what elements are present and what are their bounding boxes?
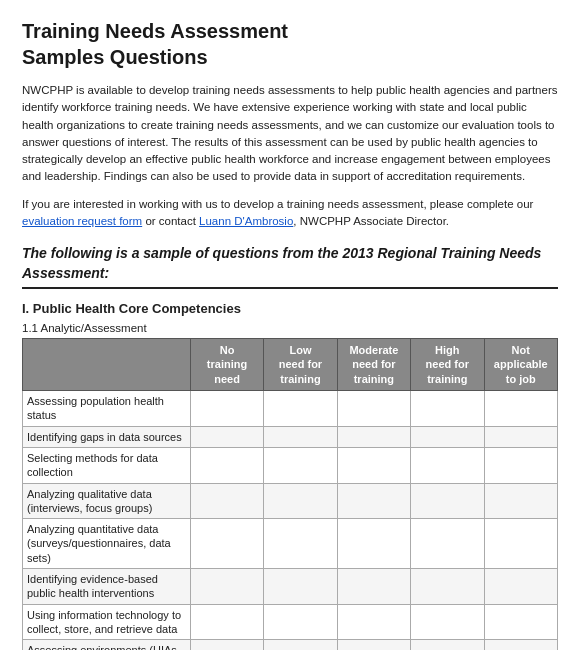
- row-cell: [411, 426, 484, 447]
- subsection-title: I. Public Health Core Competencies: [22, 301, 558, 316]
- row-cell: [190, 426, 263, 447]
- contact-link[interactable]: Luann D'Ambrosio: [199, 215, 293, 227]
- row-cell: [337, 604, 410, 640]
- row-cell: [264, 391, 337, 427]
- page-title: Training Needs Assessment Samples Questi…: [22, 18, 558, 70]
- row-cell: [411, 640, 484, 650]
- row-cell: [190, 569, 263, 605]
- row-cell: [337, 483, 410, 519]
- table-row: Using information technology to collect,…: [23, 604, 558, 640]
- row-cell: [337, 569, 410, 605]
- row-label: Analyzing quantitative data (surveys/que…: [23, 519, 191, 569]
- row-cell: [190, 640, 263, 650]
- table-row: Identifying gaps in data sources: [23, 426, 558, 447]
- row-cell: [411, 519, 484, 569]
- table-row: Analyzing quantitative data (surveys/que…: [23, 519, 558, 569]
- row-cell: [264, 519, 337, 569]
- row-cell: [337, 391, 410, 427]
- table-row: Analyzing qualitative data (interviews, …: [23, 483, 558, 519]
- row-cell: [190, 391, 263, 427]
- row-cell: [337, 447, 410, 483]
- col-header-high: Highneed fortraining: [411, 339, 484, 391]
- row-label: Identifying gaps in data sources: [23, 426, 191, 447]
- row-label: Identifying evidence-based public health…: [23, 569, 191, 605]
- intro-paragraph: NWCPHP is available to develop training …: [22, 82, 558, 186]
- row-cell: [264, 569, 337, 605]
- row-cell: [484, 640, 557, 650]
- row-cell: [484, 569, 557, 605]
- subsection-label: 1.1 Analytic/Assessment: [22, 322, 558, 334]
- competencies-table: Notrainingneed Lowneed fortraining Moder…: [22, 338, 558, 650]
- col-header-item: [23, 339, 191, 391]
- section-heading: The following is a sample of questions f…: [22, 244, 558, 289]
- row-label: Using information technology to collect,…: [23, 604, 191, 640]
- row-label: Assessing population health status: [23, 391, 191, 427]
- row-cell: [484, 604, 557, 640]
- row-cell: [264, 483, 337, 519]
- row-cell: [484, 447, 557, 483]
- row-cell: [264, 640, 337, 650]
- col-header-moderate: Moderateneed fortraining: [337, 339, 410, 391]
- col-header-no-training: Notrainingneed: [190, 339, 263, 391]
- row-cell: [411, 604, 484, 640]
- evaluation-request-link[interactable]: evaluation request form: [22, 215, 142, 227]
- table-row: Assessing population health status: [23, 391, 558, 427]
- row-cell: [484, 391, 557, 427]
- row-cell: [190, 604, 263, 640]
- row-cell: [411, 483, 484, 519]
- row-cell: [484, 483, 557, 519]
- row-label: Selecting methods for data collection: [23, 447, 191, 483]
- row-cell: [190, 519, 263, 569]
- row-cell: [337, 640, 410, 650]
- col-header-low: Lowneed fortraining: [264, 339, 337, 391]
- table-row: Identifying evidence-based public health…: [23, 569, 558, 605]
- table-row: Selecting methods for data collection: [23, 447, 558, 483]
- row-cell: [264, 447, 337, 483]
- row-cell: [411, 447, 484, 483]
- row-label: Assessing environments (HIAs , GIS, cond…: [23, 640, 191, 650]
- row-cell: [411, 391, 484, 427]
- row-cell: [337, 519, 410, 569]
- row-cell: [484, 426, 557, 447]
- row-cell: [411, 569, 484, 605]
- row-label: Analyzing qualitative data (interviews, …: [23, 483, 191, 519]
- row-cell: [190, 483, 263, 519]
- row-cell: [264, 604, 337, 640]
- row-cell: [337, 426, 410, 447]
- row-cell: [190, 447, 263, 483]
- row-cell: [484, 519, 557, 569]
- table-row: Assessing environments (HIAs , GIS, cond…: [23, 640, 558, 650]
- contact-paragraph: If you are interested in working with us…: [22, 196, 558, 231]
- row-cell: [264, 426, 337, 447]
- col-header-not-applicable: Notapplicableto job: [484, 339, 557, 391]
